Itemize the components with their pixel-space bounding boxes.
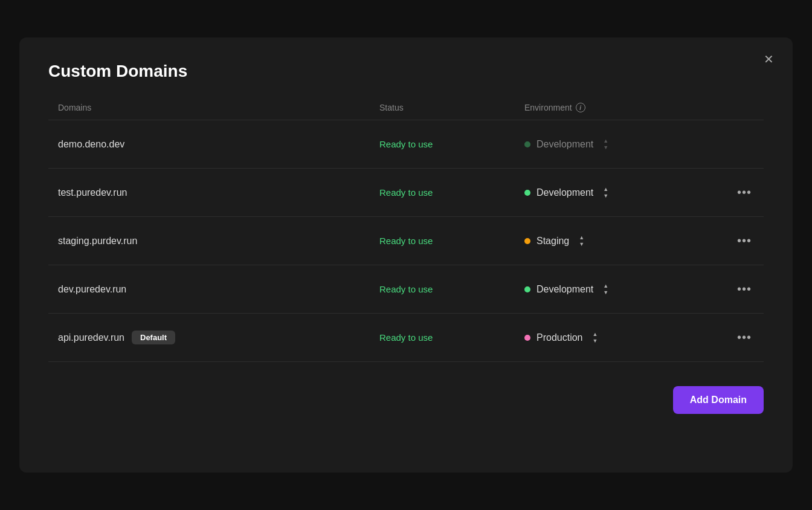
modal-overlay: ✕ Custom Domains Domains Status Environm… <box>0 0 812 510</box>
header-domain: Domains <box>58 103 379 112</box>
env-selector-chevron[interactable]: ▲ ▼ <box>603 186 608 199</box>
environment-cell: Development ▲ ▼ <box>524 138 718 150</box>
environment-cell: Development ▲ ▼ <box>524 186 718 199</box>
environment-cell: Development ▲ ▼ <box>524 283 718 295</box>
env-name: Staging <box>536 236 569 247</box>
env-selector-chevron[interactable]: ▲ ▼ <box>603 138 608 150</box>
domain-name: api.puredev.run <box>58 332 124 343</box>
add-domain-button[interactable]: Add Domain <box>673 386 764 414</box>
env-name: Production <box>536 332 583 343</box>
status-cell: Ready to use <box>379 187 524 198</box>
row-more-button[interactable]: ••• <box>735 280 754 299</box>
table-row: dev.puredev.run Ready to use Development… <box>48 265 764 314</box>
modal: ✕ Custom Domains Domains Status Environm… <box>19 37 793 473</box>
header-environment: Environment i <box>524 103 718 112</box>
env-name: Development <box>536 284 593 295</box>
domain-name: test.puredev.run <box>58 187 127 198</box>
close-button[interactable]: ✕ <box>759 50 778 69</box>
status-cell: Ready to use <box>379 332 524 343</box>
env-dot-icon <box>524 286 530 292</box>
env-name: Development <box>536 139 593 150</box>
domain-cell: dev.puredev.run <box>58 284 379 295</box>
domain-cell: test.puredev.run <box>58 187 379 198</box>
domain-name: staging.purdev.run <box>58 236 137 247</box>
actions-cell: ••• <box>718 231 754 251</box>
environment-cell: Staging ▲ ▼ <box>524 234 718 247</box>
env-dot-icon <box>524 335 530 341</box>
actions-cell: ••• <box>718 280 754 299</box>
table-row: test.puredev.run Ready to use Developmen… <box>48 169 764 217</box>
environment-info-icon[interactable]: i <box>576 103 585 112</box>
domain-cell: demo.deno.dev <box>58 139 379 150</box>
table-row: api.puredev.run Default Ready to use Pro… <box>48 314 764 362</box>
domain-cell: staging.purdev.run <box>58 236 379 247</box>
header-status: Status <box>379 103 524 112</box>
status-cell: Ready to use <box>379 139 524 149</box>
domain-name: demo.deno.dev <box>58 139 124 150</box>
row-more-button[interactable]: ••• <box>735 328 754 347</box>
env-name: Development <box>536 187 593 198</box>
env-dot-icon <box>524 190 530 196</box>
header-actions <box>718 103 754 112</box>
env-dot-icon <box>524 238 530 244</box>
env-dot-icon <box>524 141 530 147</box>
row-more-button[interactable]: ••• <box>735 231 754 251</box>
env-selector-chevron[interactable]: ▲ ▼ <box>603 283 608 295</box>
env-selector-chevron[interactable]: ▲ ▼ <box>579 234 584 247</box>
table-row: staging.purdev.run Ready to use Staging … <box>48 217 764 265</box>
actions-cell: ••• <box>718 328 754 347</box>
env-selector-chevron[interactable]: ▲ ▼ <box>593 331 598 344</box>
status-cell: Ready to use <box>379 284 524 294</box>
domain-cell: api.puredev.run Default <box>58 331 379 344</box>
table-header: Domains Status Environment i <box>48 103 764 120</box>
status-cell: Ready to use <box>379 236 524 246</box>
table-row: demo.deno.dev Ready to use Development ▲… <box>48 120 764 169</box>
domain-name: dev.puredev.run <box>58 284 126 295</box>
actions-cell: ••• <box>718 183 754 202</box>
environment-cell: Production ▲ ▼ <box>524 331 718 344</box>
default-badge: Default <box>132 331 175 344</box>
row-more-button[interactable]: ••• <box>735 183 754 202</box>
modal-title: Custom Domains <box>48 62 764 81</box>
modal-footer: Add Domain <box>48 386 764 414</box>
